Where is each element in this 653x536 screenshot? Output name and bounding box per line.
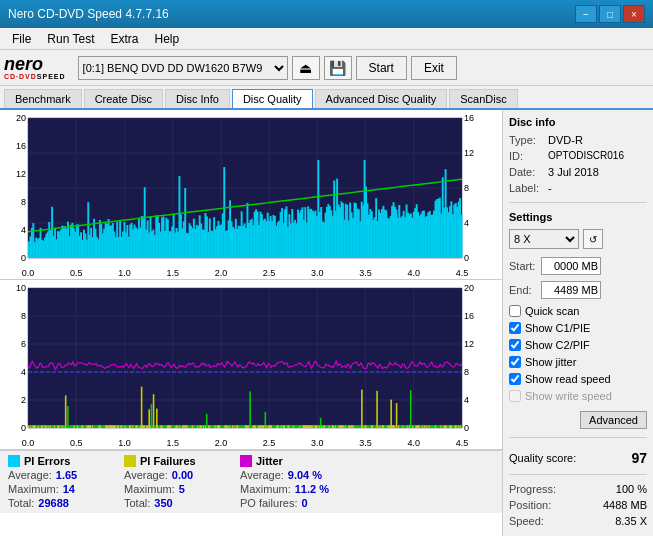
pi-failures-avg: Average: 0.00 <box>124 469 224 481</box>
tab-benchmark[interactable]: Benchmark <box>4 89 82 108</box>
type-value: DVD-R <box>548 134 583 146</box>
position-label: Position: <box>509 499 551 511</box>
exit-button[interactable]: Exit <box>411 56 457 80</box>
start-input[interactable] <box>541 257 601 275</box>
minimize-button[interactable]: − <box>575 5 597 23</box>
show-c1-label: Show C1/PIE <box>525 322 590 334</box>
menu-extra[interactable]: Extra <box>102 30 146 48</box>
save-button[interactable]: 💾 <box>324 56 352 80</box>
maximize-button[interactable]: □ <box>599 5 621 23</box>
tab-disc-info[interactable]: Disc Info <box>165 89 230 108</box>
start-label: Start: <box>509 260 537 272</box>
show-write-speed-checkbox <box>509 390 521 402</box>
pi-errors-title: PI Errors <box>8 455 108 467</box>
jitter-chart <box>0 280 490 450</box>
menu-help[interactable]: Help <box>147 30 188 48</box>
jitter-max: Maximum: 11.2 % <box>240 483 340 495</box>
speed-value: 8.35 X <box>615 515 647 527</box>
start-button[interactable]: Start <box>356 56 407 80</box>
window-controls: − □ × <box>575 5 645 23</box>
progress-value: 100 % <box>616 483 647 495</box>
refresh-button[interactable]: ↺ <box>583 229 603 249</box>
pi-errors-stats: PI Errors Average: 1.65 Maximum: 14 Tota… <box>8 455 108 509</box>
quick-scan-label: Quick scan <box>525 305 579 317</box>
disc-date-row: Date: 3 Jul 2018 <box>509 166 647 178</box>
advanced-button[interactable]: Advanced <box>580 411 647 429</box>
end-row: End: <box>509 281 647 299</box>
pi-errors-color <box>8 455 20 467</box>
menu-file[interactable]: File <box>4 30 39 48</box>
main-content: PI Errors Average: 1.65 Maximum: 14 Tota… <box>0 110 653 536</box>
nero-logo: nero CD·DVDSPEED <box>4 55 66 80</box>
disc-label-label: Label: <box>509 182 544 194</box>
progress-row: Progress: 100 % <box>509 483 647 495</box>
show-write-speed-label: Show write speed <box>525 390 612 402</box>
pi-errors-max: Maximum: 14 <box>8 483 108 495</box>
speed-label: Speed: <box>509 515 544 527</box>
pi-failures-max: Maximum: 5 <box>124 483 224 495</box>
date-label: Date: <box>509 166 544 178</box>
disc-id-row: ID: OPTODISCR016 <box>509 150 647 162</box>
pi-failures-color <box>124 455 136 467</box>
jitter-po: PO failures: 0 <box>240 497 340 509</box>
speed-row2: Speed: 8.35 X <box>509 515 647 527</box>
close-button[interactable]: × <box>623 5 645 23</box>
position-value: 4488 MB <box>603 499 647 511</box>
pi-failures-total: Total: 350 <box>124 497 224 509</box>
show-jitter-row: Show jitter <box>509 356 647 368</box>
tab-disc-quality[interactable]: Disc Quality <box>232 89 313 108</box>
settings-title: Settings <box>509 211 647 223</box>
app-title: Nero CD-DVD Speed 4.7.7.16 <box>8 7 169 21</box>
charts-area: PI Errors Average: 1.65 Maximum: 14 Tota… <box>0 110 503 536</box>
type-label: Type: <box>509 134 544 146</box>
speed-row: 8 X ↺ <box>509 229 647 249</box>
end-label: End: <box>509 284 537 296</box>
quick-scan-checkbox[interactable] <box>509 305 521 317</box>
eject-button[interactable]: ⏏ <box>292 56 320 80</box>
show-read-speed-checkbox[interactable] <box>509 373 521 385</box>
right-panel: Disc info Type: DVD-R ID: OPTODISCR016 D… <box>503 110 653 536</box>
end-input[interactable] <box>541 281 601 299</box>
id-label: ID: <box>509 150 544 162</box>
pi-errors-avg: Average: 1.65 <box>8 469 108 481</box>
drive-select[interactable]: [0:1] BENQ DVD DD DW1620 B7W9 <box>78 56 288 80</box>
quality-score-value: 97 <box>631 450 647 466</box>
jitter-avg: Average: 9.04 % <box>240 469 340 481</box>
jitter-title: Jitter <box>240 455 340 467</box>
show-c1-row: Show C1/PIE <box>509 322 647 334</box>
titlebar: Nero CD-DVD Speed 4.7.7.16 − □ × <box>0 0 653 28</box>
progress-label: Progress: <box>509 483 556 495</box>
show-c2-label: Show C2/PIF <box>525 339 590 351</box>
menubar: File Run Test Extra Help <box>0 28 653 50</box>
show-read-speed-row: Show read speed <box>509 373 647 385</box>
divider2 <box>509 437 647 438</box>
tab-advanced-disc-quality[interactable]: Advanced Disc Quality <box>315 89 448 108</box>
pi-failures-title: PI Failures <box>124 455 224 467</box>
speed-select[interactable]: 8 X <box>509 229 579 249</box>
position-row: Position: 4488 MB <box>509 499 647 511</box>
disc-label-value: - <box>548 182 552 194</box>
show-read-speed-label: Show read speed <box>525 373 611 385</box>
disc-type-row: Type: DVD-R <box>509 134 647 146</box>
date-value: 3 Jul 2018 <box>548 166 599 178</box>
show-jitter-label: Show jitter <box>525 356 576 368</box>
chart1-container <box>0 110 502 280</box>
divider1 <box>509 202 647 203</box>
show-write-speed-row: Show write speed <box>509 390 647 402</box>
pi-errors-total: Total: 29688 <box>8 497 108 509</box>
jitter-stats: Jitter Average: 9.04 % Maximum: 11.2 % P… <box>240 455 340 509</box>
show-c2-checkbox[interactable] <box>509 339 521 351</box>
tab-create-disc[interactable]: Create Disc <box>84 89 163 108</box>
jitter-color <box>240 455 252 467</box>
id-value: OPTODISCR016 <box>548 150 624 162</box>
quick-scan-row: Quick scan <box>509 305 647 317</box>
pi-failures-stats: PI Failures Average: 0.00 Maximum: 5 Tot… <box>124 455 224 509</box>
chart2-container <box>0 280 502 450</box>
show-jitter-checkbox[interactable] <box>509 356 521 368</box>
disc-label-row: Label: - <box>509 182 647 194</box>
menu-runtest[interactable]: Run Test <box>39 30 102 48</box>
tab-scandisc[interactable]: ScanDisc <box>449 89 517 108</box>
show-c1-checkbox[interactable] <box>509 322 521 334</box>
stats-bar: PI Errors Average: 1.65 Maximum: 14 Tota… <box>0 450 502 513</box>
pi-errors-chart <box>0 110 490 280</box>
